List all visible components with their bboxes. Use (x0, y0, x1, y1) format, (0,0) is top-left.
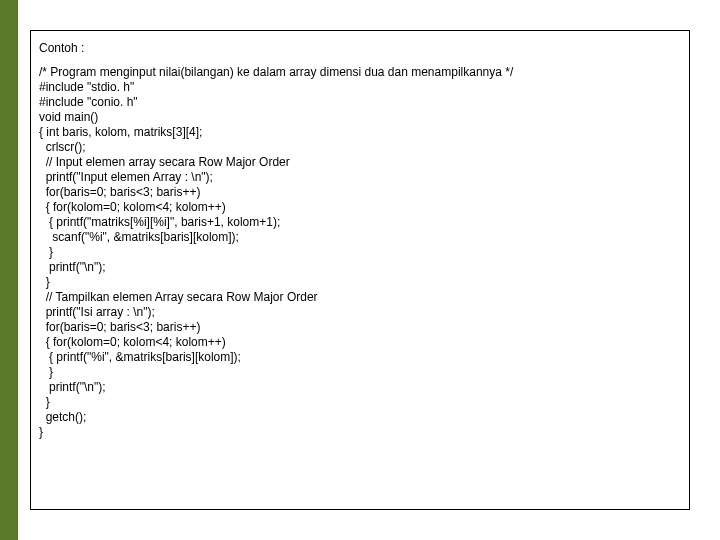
left-accent-bar (0, 0, 18, 540)
code-block: /* Program menginput nilai(bilangan) ke … (39, 65, 681, 440)
example-title: Contoh : (39, 41, 681, 55)
content-frame: Contoh : /* Program menginput nilai(bila… (30, 30, 690, 510)
